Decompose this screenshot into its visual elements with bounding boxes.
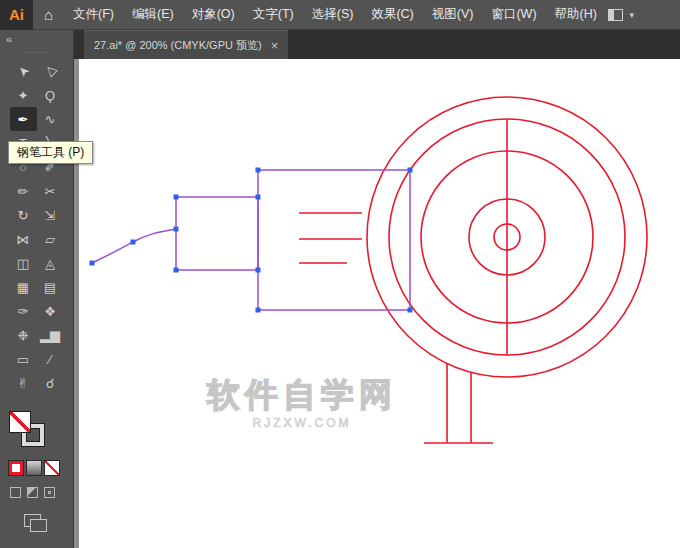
tool-lasso[interactable]: Ϙ: [37, 83, 64, 107]
gradient-mode-button[interactable]: [27, 461, 41, 475]
tool-scale[interactable]: ⇲: [37, 203, 64, 227]
tool-magic-wand[interactable]: ✦: [10, 83, 37, 107]
anchor-point[interactable]: [90, 261, 95, 266]
zoom-icon: ☌: [46, 377, 55, 390]
pencil-icon: ✏: [18, 185, 29, 198]
menu-edit[interactable]: 编辑(E): [123, 0, 183, 30]
panel-collapse-button[interactable]: «: [6, 33, 12, 45]
menu-select[interactable]: 选择(S): [303, 0, 363, 30]
tool-rotate[interactable]: ↻: [10, 203, 37, 227]
tool-curvature[interactable]: ∿: [37, 107, 64, 131]
menu-window[interactable]: 窗口(W): [482, 0, 545, 30]
draw-behind-button[interactable]: [27, 487, 38, 498]
menu-effect[interactable]: 效果(C): [362, 0, 422, 30]
menu-view[interactable]: 视图(V): [423, 0, 483, 30]
anchor-point[interactable]: [174, 227, 179, 232]
draw-inside-button[interactable]: [44, 487, 55, 498]
magic-wand-icon: ✦: [18, 89, 29, 102]
tool-slice[interactable]: ∕: [37, 347, 64, 371]
curvature-icon: ∿: [45, 113, 56, 126]
anchor-point[interactable]: [256, 168, 261, 173]
document-tab-title: 27.ai* @ 200% (CMYK/GPU 预览): [94, 38, 262, 53]
workspace-grid-icon: [608, 9, 623, 21]
screen-mode-button[interactable]: [24, 514, 48, 532]
tool-scissors[interactable]: ✂: [37, 179, 64, 203]
hand-icon: ✌: [18, 377, 29, 390]
app-logo[interactable]: Ai: [0, 0, 33, 30]
canvas[interactable]: 软件自学网 RJZXW.COM: [74, 59, 680, 548]
tool-artboard[interactable]: ▭: [10, 347, 37, 371]
screen-mode-rect-front: [30, 519, 47, 532]
anchor-point[interactable]: [256, 195, 261, 200]
selected-rectangle-large[interactable]: [258, 170, 410, 310]
pen-icon: ✒: [18, 113, 29, 126]
tool-hand[interactable]: ✌: [10, 371, 37, 395]
illustrator-app: Ai ⌂ 文件(F) 编辑(E) 对象(O) 文字(T) 选择(S) 效果(C)…: [0, 0, 680, 548]
tool-grid: ➤ ▷ ✦ Ϙ ✒ ∿ T ╲ ○ ✐ ✏ ✂ ↻ ⇲ ⋈ ▱ ◫ ◬ ▦ ▤: [0, 59, 73, 395]
tool-perspective-grid[interactable]: ◬: [37, 251, 64, 275]
none-fill-slash: [10, 412, 30, 432]
selected-rectangle-small[interactable]: [176, 197, 258, 270]
column-graph-icon: ▂▆: [40, 329, 60, 342]
draw-normal-button[interactable]: [10, 487, 21, 498]
tool-pencil[interactable]: ✏: [10, 179, 37, 203]
red-speaker-paths[interactable]: [299, 97, 647, 443]
eyedropper-icon: ✑: [18, 305, 29, 318]
tool-shape-builder[interactable]: ◫: [10, 251, 37, 275]
anchor-point[interactable]: [174, 268, 179, 273]
tools-panel-header: « ········: [0, 30, 73, 59]
perspective-grid-icon: ◬: [45, 257, 55, 270]
panel-drag-grip[interactable]: ········: [21, 47, 53, 57]
anchor-point[interactable]: [131, 240, 136, 245]
anchor-point[interactable]: [408, 168, 413, 173]
pen-tool-tooltip: 钢笔工具 (P): [8, 141, 93, 164]
fill-color-swatch[interactable]: [9, 411, 31, 433]
selection-icon: ➤: [15, 63, 32, 80]
tool-column-graph[interactable]: ▂▆: [37, 323, 64, 347]
tool-eyedropper[interactable]: ✑: [10, 299, 37, 323]
direct-selection-icon: ▷: [42, 63, 58, 79]
lasso-icon: Ϙ: [45, 89, 55, 102]
tool-symbol-sprayer[interactable]: ❉: [10, 323, 37, 347]
main-menu: 文件(F) 编辑(E) 对象(O) 文字(T) 选择(S) 效果(C) 视图(V…: [64, 0, 606, 30]
document-tab[interactable]: 27.ai* @ 200% (CMYK/GPU 预览) ×: [84, 30, 288, 59]
home-icon[interactable]: ⌂: [33, 6, 64, 23]
draw-mode-row: [10, 487, 73, 498]
tool-zoom[interactable]: ☌: [37, 371, 64, 395]
anchor-point[interactable]: [256, 268, 261, 273]
document-area: 27.ai* @ 200% (CMYK/GPU 预览) ×: [74, 30, 680, 548]
tool-pen[interactable]: ✒: [10, 107, 37, 131]
tool-width[interactable]: ⋈: [10, 227, 37, 251]
tool-direct-selection[interactable]: ▷: [37, 59, 64, 83]
workspace-switcher[interactable]: ▾: [608, 9, 634, 21]
mesh-icon: ▦: [17, 281, 29, 294]
tab-close-icon[interactable]: ×: [271, 38, 279, 53]
menu-type[interactable]: 文字(T): [244, 0, 303, 30]
rotate-icon: ↻: [18, 209, 29, 222]
slice-icon: ∕: [49, 353, 51, 366]
tool-free-transform[interactable]: ▱: [37, 227, 64, 251]
anchor-point[interactable]: [256, 308, 261, 313]
tool-selection[interactable]: ➤: [10, 59, 37, 83]
tool-mesh[interactable]: ▦: [10, 275, 37, 299]
artboard-icon: ▭: [17, 353, 29, 366]
width-tool-icon: ⋈: [17, 233, 30, 246]
anchor-point[interactable]: [408, 308, 413, 313]
scissors-icon: ✂: [45, 185, 56, 198]
menu-bar: Ai ⌂ 文件(F) 编辑(E) 对象(O) 文字(T) 选择(S) 效果(C)…: [0, 0, 680, 30]
selected-pen-paths[interactable]: [92, 170, 410, 310]
none-mode-button[interactable]: [45, 461, 59, 475]
document-tab-bar: 27.ai* @ 200% (CMYK/GPU 预览) ×: [74, 30, 680, 59]
menu-help[interactable]: 帮助(H): [546, 0, 606, 30]
blend-icon: ❖: [44, 305, 56, 318]
tool-blend[interactable]: ❖: [37, 299, 64, 323]
none-mode-slash: [45, 461, 59, 475]
anchor-point[interactable]: [174, 195, 179, 200]
color-mode-button[interactable]: [9, 461, 23, 475]
menu-object[interactable]: 对象(O): [183, 0, 244, 30]
menu-file[interactable]: 文件(F): [64, 0, 123, 30]
gradient-icon: ▤: [44, 281, 56, 294]
paint-mode-row: [9, 461, 73, 475]
tool-gradient[interactable]: ▤: [37, 275, 64, 299]
selected-curve-path[interactable]: [92, 229, 176, 263]
